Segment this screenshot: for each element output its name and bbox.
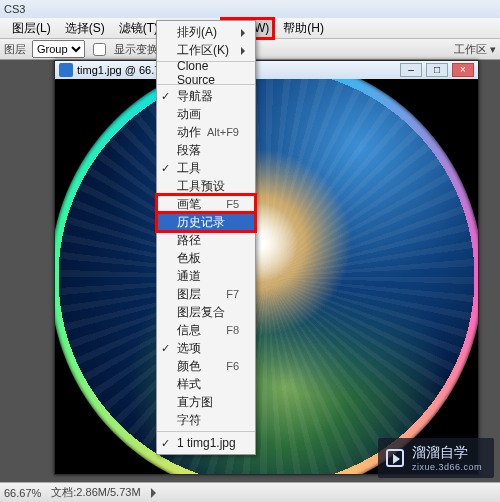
watermark-brand: 溜溜自学 <box>412 444 468 460</box>
menu-layer[interactable]: 图层(L) <box>6 18 57 39</box>
menu-item-tools[interactable]: ✓工具 <box>157 159 255 177</box>
menu-item-channels[interactable]: 通道 <box>157 267 255 285</box>
menu-item-tool-presets[interactable]: 工具预设 <box>157 177 255 195</box>
menu-item-history[interactable]: 历史记录 <box>157 213 255 231</box>
workspace-menu[interactable]: 工作区 ▾ <box>454 42 496 57</box>
menu-item-info[interactable]: 信息F8 <box>157 321 255 339</box>
document-window[interactable]: timg1.jpg @ 66.7% – □ × <box>54 60 479 475</box>
group-select[interactable]: Group <box>32 40 85 58</box>
menu-item-options[interactable]: ✓选项 <box>157 339 255 357</box>
watermark: 溜溜自学 zixue.3d66.com <box>378 438 494 478</box>
watermark-url: zixue.3d66.com <box>412 462 482 472</box>
menu-item-layer-comps[interactable]: 图层复合 <box>157 303 255 321</box>
menu-item-paragraph[interactable]: 段落 <box>157 141 255 159</box>
layer-label: 图层 <box>4 42 26 57</box>
menu-item-character[interactable]: 字符 <box>157 411 255 429</box>
menu-item-color[interactable]: 颜色F6 <box>157 357 255 375</box>
menu-item-animation[interactable]: 动画 <box>157 105 255 123</box>
menu-item-styles[interactable]: 样式 <box>157 375 255 393</box>
menu-item-arrange[interactable]: 排列(A) <box>157 23 255 41</box>
menu-item-paths[interactable]: 路径 <box>157 231 255 249</box>
doc-size[interactable]: 文档:2.86M/5.73M <box>51 485 140 500</box>
menu-item-navigator[interactable]: ✓导航器 <box>157 87 255 105</box>
chevron-right-icon[interactable] <box>151 488 161 498</box>
menu-item-histogram[interactable]: 直方图 <box>157 393 255 411</box>
menu-help[interactable]: 帮助(H) <box>277 18 330 39</box>
close-button[interactable]: × <box>452 63 474 77</box>
show-transform-checkbox[interactable] <box>93 43 106 56</box>
document-icon <box>59 63 73 77</box>
menu-item-workspace[interactable]: 工作区(K) <box>157 41 255 59</box>
menu-select[interactable]: 选择(S) <box>59 18 111 39</box>
app-name: CS3 <box>4 3 25 15</box>
menu-item-swatches[interactable]: 色板 <box>157 249 255 267</box>
menu-item-open-document[interactable]: ✓1 timg1.jpg <box>157 434 255 452</box>
minimize-button[interactable]: – <box>400 63 422 77</box>
check-icon: ✓ <box>161 90 170 103</box>
image-content <box>55 79 478 474</box>
menu-item-clone-source[interactable]: Clone Source <box>157 64 255 82</box>
zoom-level[interactable]: 66.67% <box>4 487 41 499</box>
menu-item-layers[interactable]: 图层F7 <box>157 285 255 303</box>
menu-separator <box>157 431 255 432</box>
check-icon: ✓ <box>161 342 170 355</box>
document-canvas[interactable] <box>55 79 478 474</box>
app-titlebar: CS3 <box>0 0 500 18</box>
status-bar: 66.67% 文档:2.86M/5.73M <box>0 482 500 502</box>
document-titlebar[interactable]: timg1.jpg @ 66.7% – □ × <box>55 61 478 79</box>
play-icon <box>386 449 404 467</box>
check-icon: ✓ <box>161 162 170 175</box>
menu-item-actions[interactable]: 动作Alt+F9 <box>157 123 255 141</box>
check-icon: ✓ <box>161 437 170 450</box>
window-menu-dropdown[interactable]: 排列(A) 工作区(K) Clone Source ✓导航器 动画 动作Alt+… <box>156 20 256 455</box>
menu-item-brushes[interactable]: 画笔F5 <box>157 195 255 213</box>
maximize-button[interactable]: □ <box>426 63 448 77</box>
